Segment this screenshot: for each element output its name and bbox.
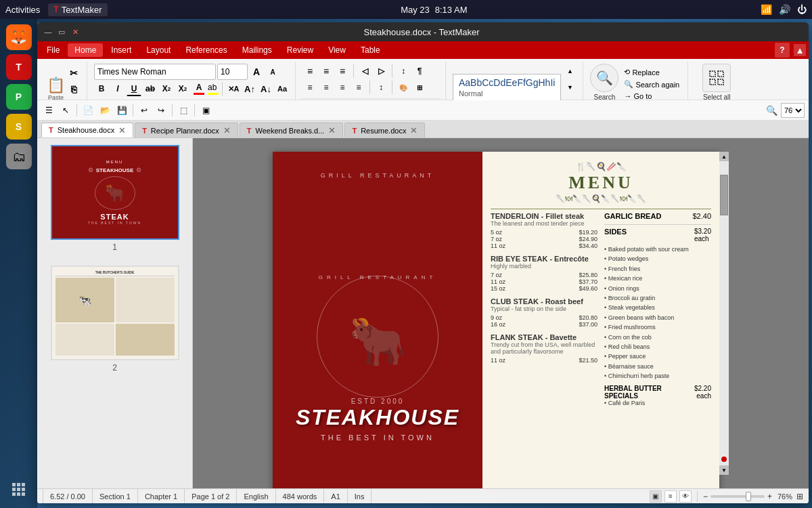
align-left-button[interactable]: ≡: [302, 80, 317, 95]
search-button[interactable]: 🔍 Search: [590, 64, 618, 101]
volume-icon[interactable]: 🔊: [779, 4, 790, 15]
bold-button[interactable]: B: [94, 81, 109, 96]
numbered-list-button[interactable]: ≡: [319, 64, 334, 79]
indent-decrease-button[interactable]: ◁: [357, 64, 372, 79]
undo-button[interactable]: ↩: [137, 103, 152, 118]
document-scrollbar[interactable]: ▲ ▼: [719, 152, 729, 475]
select-mode-button[interactable]: ⬚: [176, 103, 191, 118]
tab-close-recipe[interactable]: ✕: [223, 125, 231, 135]
power-icon[interactable]: ⏻: [797, 4, 807, 15]
font-color-button[interactable]: A: [191, 81, 206, 96]
border-button[interactable]: ⊞: [412, 80, 427, 95]
minimize-button[interactable]: —: [43, 26, 53, 37]
maximize-button[interactable]: ▭: [56, 26, 67, 37]
dock-files[interactable]: 🗂: [6, 144, 32, 169]
tab-close-steakhouse[interactable]: ✕: [118, 125, 126, 135]
shading-button[interactable]: 🎨: [396, 80, 411, 95]
sidebar-toggle-button[interactable]: ☰: [41, 103, 56, 118]
dock-spreadsheet[interactable]: S: [6, 114, 32, 140]
font-size-small-button[interactable]: A: [265, 64, 280, 79]
paste-button[interactable]: 📋 Paste: [47, 77, 65, 101]
select-all-button[interactable]: Select all: [694, 62, 740, 104]
thumbnail-page-1[interactable]: MENU ⚙ STEAKHOUSE ⚙ 🐂 STEAK THE BEST IN …: [51, 145, 179, 252]
view-mode-button[interactable]: ▣: [198, 103, 213, 118]
copy-button[interactable]: ⎘: [66, 82, 81, 97]
zoom-in-status[interactable]: +: [767, 492, 772, 501]
align-justify-button[interactable]: ≡: [351, 80, 366, 95]
pointer-mode-button[interactable]: ↖: [58, 103, 73, 118]
font-size-down-button[interactable]: A↓: [258, 81, 273, 96]
menu-references[interactable]: References: [179, 43, 233, 57]
subscript-button[interactable]: X2: [159, 81, 174, 96]
zoom-slider[interactable]: [710, 495, 765, 498]
dock-textmaker[interactable]: T: [6, 54, 32, 80]
strikethrough-button[interactable]: ab: [143, 81, 158, 96]
indent-increase-button[interactable]: ▷: [374, 64, 388, 79]
clear-format-button[interactable]: ✕A: [226, 81, 241, 96]
zoom-expand-button[interactable]: ⊞: [796, 492, 803, 501]
caps-button[interactable]: Aa: [275, 81, 290, 96]
zoom-out-button[interactable]: 🔍: [764, 103, 779, 118]
dock-firefox[interactable]: 🦊: [6, 24, 32, 50]
grill-text: GRILL RESTAURANT: [321, 172, 435, 179]
sort-button[interactable]: ↕: [396, 64, 411, 79]
menu-home[interactable]: Home: [68, 43, 103, 57]
superscript-button[interactable]: X2: [175, 81, 190, 96]
font-size-input[interactable]: [217, 64, 248, 80]
save-doc-button[interactable]: 💾: [114, 103, 129, 118]
menu-mailings[interactable]: Mailings: [235, 43, 279, 57]
tab-weekend[interactable]: T Weekend Breaks.d... ✕: [240, 123, 344, 137]
styles-scroll-up[interactable]: ▲: [562, 64, 577, 79]
font-size-up-button[interactable]: A↑: [242, 81, 257, 96]
tab-close-resume[interactable]: ✕: [410, 125, 418, 135]
close-button[interactable]: ✕: [70, 26, 81, 37]
styles-scroll-down[interactable]: ▼: [562, 80, 577, 95]
underline-button[interactable]: U: [127, 81, 141, 96]
font-size-large-button[interactable]: A: [249, 64, 264, 79]
open-doc-button[interactable]: 📂: [97, 103, 112, 118]
font-name-input[interactable]: [94, 64, 216, 80]
new-doc-button[interactable]: 📄: [81, 103, 95, 118]
zoom-out-status[interactable]: −: [703, 492, 708, 501]
view-outline-button[interactable]: ≡: [664, 490, 677, 503]
bullet-list-button[interactable]: ≡: [302, 64, 317, 79]
scroll-track[interactable]: [719, 161, 729, 465]
highlight-color-button[interactable]: ab: [208, 83, 219, 95]
line-spacing-button[interactable]: ↕: [374, 80, 388, 95]
tab-close-weekend[interactable]: ✕: [328, 125, 336, 135]
zoom-slider-thumb[interactable]: [746, 492, 751, 501]
cut-button[interactable]: ✂: [66, 66, 81, 81]
replace-button[interactable]: ⟲ Replace: [621, 66, 682, 78]
tab-steakhouse[interactable]: T Steakhouse.docx ✕: [41, 123, 133, 137]
menu-layout[interactable]: Layout: [139, 43, 177, 57]
multilevel-list-button[interactable]: ≡: [335, 64, 350, 79]
menu-header: 🍴🥄🍳🥢🔪 MENU 🥄🍽🔪🥄🍳🔪🥄🍽🔪🥄: [491, 162, 711, 203]
dock-apps-grid[interactable]: [6, 477, 32, 503]
zoom-select[interactable]: 76%: [781, 103, 805, 118]
document-area[interactable]: GRILL RESTAURANT GRILL RESTAURANT 🐂: [193, 138, 809, 488]
search-again-button[interactable]: 🔍 Search again: [621, 79, 682, 90]
menu-view[interactable]: View: [321, 43, 353, 57]
scroll-up-button[interactable]: ▲: [719, 152, 729, 161]
view-normal-button[interactable]: ▣: [650, 490, 662, 503]
help-button[interactable]: ?: [775, 43, 790, 58]
textmaker-taskbar-item[interactable]: T TextMaker: [48, 3, 107, 16]
activities-label[interactable]: Activities: [5, 5, 40, 15]
align-right-button[interactable]: ≡: [335, 80, 350, 95]
menu-review[interactable]: Review: [280, 43, 320, 57]
scroll-thumb[interactable]: [720, 175, 728, 215]
redo-button[interactable]: ↪: [154, 103, 168, 118]
scroll-down-button[interactable]: ▼: [719, 465, 729, 475]
show-marks-button[interactable]: ¶: [412, 64, 427, 79]
view-read-button[interactable]: 👁: [679, 490, 692, 503]
menu-insert[interactable]: Insert: [104, 43, 138, 57]
menu-table[interactable]: Table: [354, 43, 387, 57]
tab-resume[interactable]: T Resume.docx ✕: [344, 123, 425, 137]
dock-presentations[interactable]: P: [6, 84, 32, 110]
italic-button[interactable]: I: [110, 81, 125, 96]
align-center-button[interactable]: ≡: [319, 80, 334, 95]
menu-file[interactable]: File: [40, 43, 66, 57]
tab-recipe[interactable]: T Recipe Planner.docx ✕: [135, 123, 238, 137]
ribbon-collapse-button[interactable]: ▲: [794, 44, 806, 56]
thumbnail-page-2[interactable]: THE BUTCHER'S GUIDE 🐄 2: [51, 266, 179, 373]
